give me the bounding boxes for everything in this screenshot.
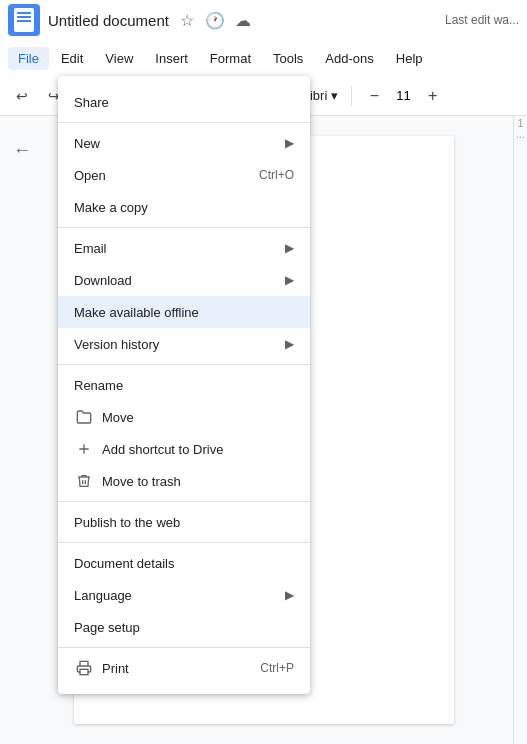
- print-icon: [74, 660, 94, 676]
- dropdown-item-move-to-trash[interactable]: Move to trash: [58, 465, 310, 497]
- language-label: Language: [74, 588, 285, 603]
- dropdown-item-publish[interactable]: Publish to the web: [58, 506, 310, 538]
- dropdown-item-new[interactable]: New ▶: [58, 127, 310, 159]
- email-arrow-icon: ▶: [285, 241, 294, 255]
- svg-rect-0: [80, 669, 88, 674]
- dropdown-item-print[interactable]: Print Ctrl+P: [58, 652, 310, 684]
- trash-icon: [74, 473, 94, 489]
- last-edit: Last edit wa...: [445, 13, 519, 27]
- menu-tools[interactable]: Tools: [263, 47, 313, 70]
- font-chevron: ▾: [331, 88, 338, 103]
- title-bar: Untitled document ☆ 🕐 ☁ Last edit wa...: [0, 0, 527, 40]
- make-available-offline-label: Make available offline: [74, 305, 294, 320]
- add-shortcut-icon: [74, 441, 94, 457]
- dropdown-item-download[interactable]: Download ▶: [58, 264, 310, 296]
- back-arrow-button[interactable]: ←: [8, 136, 36, 164]
- add-shortcut-label: Add shortcut to Drive: [102, 442, 294, 457]
- cloud-icon[interactable]: ☁: [233, 10, 253, 30]
- rename-label: Rename: [74, 378, 294, 393]
- font-size-value: 11: [392, 88, 414, 103]
- doc-title: Untitled document: [48, 12, 169, 29]
- print-shortcut: Ctrl+P: [260, 661, 294, 675]
- publish-label: Publish to the web: [74, 515, 294, 530]
- doc-icon: [8, 4, 40, 36]
- dropdown-group-share: Share: [58, 82, 310, 123]
- dropdown-item-page-setup[interactable]: Page setup: [58, 611, 310, 643]
- menu-bar: File Edit View Insert Format Tools Add-o…: [0, 40, 527, 76]
- dropdown-item-make-available-offline[interactable]: Make available offline: [58, 296, 310, 328]
- move-label: Move: [102, 410, 294, 425]
- menu-format[interactable]: Format: [200, 47, 261, 70]
- print-label: Print: [102, 661, 260, 676]
- star-icon[interactable]: ☆: [177, 10, 197, 30]
- version-history-arrow-icon: ▶: [285, 337, 294, 351]
- font-size-increase[interactable]: +: [419, 82, 447, 110]
- email-label: Email: [74, 241, 285, 256]
- dropdown-group-rename: Rename Move Add shortcut to Drive: [58, 365, 310, 502]
- file-dropdown: Share New ▶ Open Ctrl+O Make a copy Emai…: [58, 76, 310, 694]
- menu-insert[interactable]: Insert: [145, 47, 198, 70]
- menu-view[interactable]: View: [95, 47, 143, 70]
- new-label: New: [74, 136, 285, 151]
- download-arrow-icon: ▶: [285, 273, 294, 287]
- open-label: Open: [74, 168, 259, 183]
- share-label: Share: [74, 95, 294, 110]
- version-history-label: Version history: [74, 337, 285, 352]
- dropdown-item-rename[interactable]: Rename: [58, 369, 310, 401]
- dropdown-group-publish: Publish to the web: [58, 502, 310, 543]
- move-folder-icon: [74, 409, 94, 425]
- dropdown-group-print: Print Ctrl+P: [58, 648, 310, 688]
- dropdown-item-email[interactable]: Email ▶: [58, 232, 310, 264]
- page-setup-label: Page setup: [74, 620, 294, 635]
- move-to-trash-label: Move to trash: [102, 474, 294, 489]
- language-arrow-icon: ▶: [285, 588, 294, 602]
- dropdown-item-language[interactable]: Language ▶: [58, 579, 310, 611]
- menu-addons[interactable]: Add-ons: [315, 47, 383, 70]
- history-icon[interactable]: 🕐: [205, 10, 225, 30]
- menu-help[interactable]: Help: [386, 47, 433, 70]
- dropdown-item-add-shortcut[interactable]: Add shortcut to Drive: [58, 433, 310, 465]
- dropdown-item-make-copy[interactable]: Make a copy: [58, 191, 310, 223]
- make-copy-label: Make a copy: [74, 200, 294, 215]
- document-details-label: Document details: [74, 556, 294, 571]
- dropdown-item-share[interactable]: Share: [58, 86, 310, 118]
- dropdown-item-move[interactable]: Move: [58, 401, 310, 433]
- dropdown-item-version-history[interactable]: Version history ▶: [58, 328, 310, 360]
- menu-file[interactable]: File: [8, 47, 49, 70]
- new-arrow-icon: ▶: [285, 136, 294, 150]
- separator-3: [351, 86, 352, 106]
- page-ruler: 1 ...: [513, 116, 527, 744]
- dropdown-group-email: Email ▶ Download ▶ Make available offlin…: [58, 228, 310, 365]
- title-icons: ☆ 🕐 ☁: [177, 10, 253, 30]
- dropdown-item-open[interactable]: Open Ctrl+O: [58, 159, 310, 191]
- undo-button[interactable]: ↩: [8, 82, 36, 110]
- menu-edit[interactable]: Edit: [51, 47, 93, 70]
- font-size-decrease[interactable]: −: [360, 82, 388, 110]
- dropdown-group-new: New ▶ Open Ctrl+O Make a copy: [58, 123, 310, 228]
- doc-icon-inner: [14, 8, 34, 32]
- open-shortcut: Ctrl+O: [259, 168, 294, 182]
- download-label: Download: [74, 273, 285, 288]
- dropdown-item-document-details[interactable]: Document details: [58, 547, 310, 579]
- dropdown-group-details: Document details Language ▶ Page setup: [58, 543, 310, 648]
